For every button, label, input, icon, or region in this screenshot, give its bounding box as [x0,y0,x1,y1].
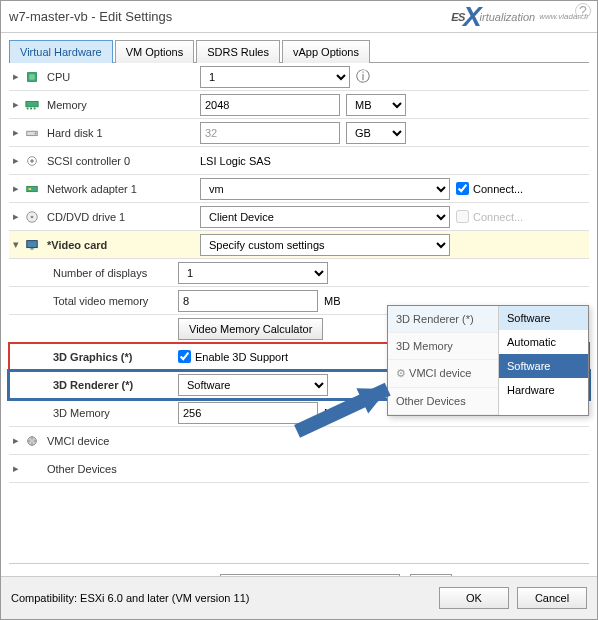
tab-vm-options[interactable]: VM Options [115,40,194,63]
expand-scsi[interactable]: ▸ [9,154,23,167]
expand-video[interactable]: ▾ [9,238,23,251]
memory-unit[interactable]: MB [346,94,406,116]
svg-point-7 [35,132,37,134]
memory-input[interactable] [200,94,340,116]
hdd-input [200,122,340,144]
svg-rect-1 [29,74,34,79]
opt-software-top[interactable]: Software [499,306,588,330]
vidmem-input[interactable] [178,290,318,312]
popup-other: Other Devices [388,388,498,415]
help-icon[interactable]: ? [575,3,591,19]
hdd-unit[interactable]: GB [346,122,406,144]
expand-other[interactable]: ▸ [9,462,23,475]
svg-rect-3 [27,107,29,109]
compatibility-text: Compatibility: ESXi 6.0 and later (VM ve… [11,592,249,604]
ok-button[interactable]: OK [439,587,509,609]
cd-select[interactable]: Client Device [200,206,450,228]
memory-icon [23,97,41,113]
renderer-select[interactable]: Software [178,374,328,396]
svg-rect-10 [27,186,38,191]
opt-hardware[interactable]: Hardware [499,378,588,402]
video-memory-calculator-button[interactable]: Video Memory Calculator [178,318,323,340]
svg-rect-4 [30,107,32,109]
net-connect-label: Connect... [473,183,523,195]
displays-select[interactable]: 1 [178,262,328,284]
vmci-label: VMCI device [45,435,200,447]
vidmem-unit: MB [324,295,341,307]
scsi-label: SCSI controller 0 [45,155,200,167]
expand-cpu[interactable]: ▸ [9,70,23,83]
hdd-label: Hard disk 1 [45,127,200,139]
svg-rect-2 [26,101,38,106]
expand-vmci[interactable]: ▸ [9,434,23,447]
mem3d-label: 3D Memory [23,407,178,419]
cancel-button[interactable]: Cancel [517,587,587,609]
svg-rect-11 [29,188,32,190]
enable-3d-label: Enable 3D Support [195,351,288,363]
renderer-label: 3D Renderer (*) [23,379,178,391]
cpu-select[interactable]: 1 [200,66,350,88]
scsi-icon [23,153,41,169]
cd-icon [23,209,41,225]
tab-virtual-hardware[interactable]: Virtual Hardware [9,40,113,63]
popup-vmci: ⚙ VMCI device [388,360,498,388]
opt-automatic[interactable]: Automatic [499,330,588,354]
enable-3d-check[interactable] [178,350,191,363]
network-icon [23,181,41,197]
vidmem-label: Total video memory [23,295,178,307]
cpu-label: CPU [45,71,200,83]
svg-rect-15 [30,248,34,249]
cd-label: CD/DVD drive 1 [45,211,200,223]
net-label: Network adapter 1 [45,183,200,195]
popup-renderer: 3D Renderer (*) [388,306,498,333]
displays-label: Number of displays [23,267,178,279]
svg-point-13 [31,215,34,218]
expand-hdd[interactable]: ▸ [9,126,23,139]
cpu-icon [23,69,41,85]
mem3d-input[interactable] [178,402,318,424]
tab-sdrs-rules[interactable]: SDRS Rules [196,40,280,63]
expand-memory[interactable]: ▸ [9,98,23,111]
net-select[interactable]: vm [200,178,450,200]
cd-connect-label: Connect... [473,211,523,223]
svg-rect-14 [27,240,38,247]
tab-vapp-options[interactable]: vApp Options [282,40,370,63]
video-select[interactable]: Specify custom settings [200,234,450,256]
window-title: w7-master-vb - Edit Settings [9,9,172,24]
vmci-icon [23,433,41,449]
other-label: Other Devices [45,463,200,475]
cd-connect-check [456,210,469,223]
popup-3dmem: 3D Memory [388,333,498,360]
svg-point-9 [30,159,34,163]
gfx3d-label: 3D Graphics (*) [23,351,178,363]
memory-label: Memory [45,99,200,111]
opt-software[interactable]: Software [499,354,588,378]
scsi-value: LSI Logic SAS [200,155,589,167]
svg-rect-5 [34,107,36,109]
tab-bar: Virtual Hardware VM Options SDRS Rules v… [9,39,589,63]
expand-net[interactable]: ▸ [9,182,23,195]
video-icon [23,237,41,253]
logo: ESXirtualization www.vladan.fr [451,5,589,29]
expand-cd[interactable]: ▸ [9,210,23,223]
hdd-icon [23,125,41,141]
renderer-popup: 3D Renderer (*) 3D Memory ⚙ VMCI device … [387,305,589,416]
video-label: *Video card [45,239,200,251]
net-connect-check[interactable] [456,182,469,195]
info-icon[interactable]: ⓘ [356,68,370,86]
